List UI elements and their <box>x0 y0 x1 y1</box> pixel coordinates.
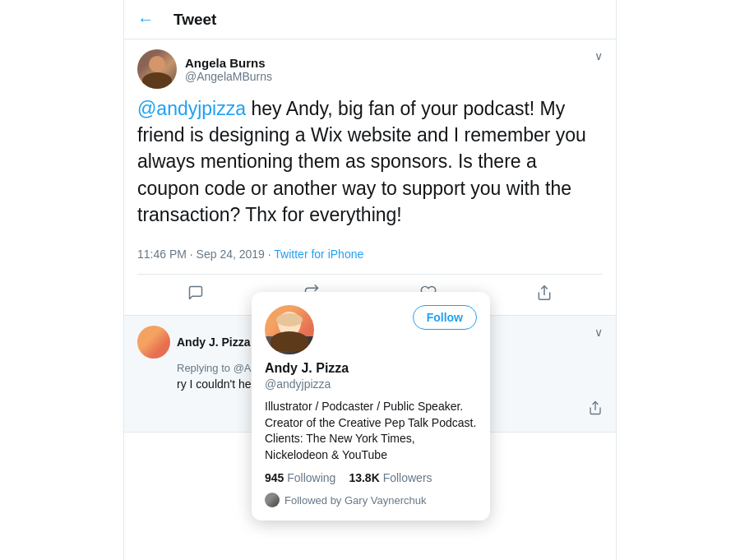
author-name: Angela Burns <box>185 56 272 70</box>
tweet-time: 11:46 PM · Sep 24, 2019 · <box>137 248 274 261</box>
hover-card: Follow Andy J. Pizza @andyjpizza Illustr… <box>252 292 490 521</box>
main-tweet: Angela Burns @AngelaMBurns ∨ @andyjpizza… <box>124 39 616 316</box>
following-label-text: Following <box>287 471 335 484</box>
avatar <box>137 49 177 89</box>
page-wrapper: ← Tweet Angela Burns @AngelaMBurns ∨ @an… <box>123 0 617 560</box>
tweet-source-link[interactable]: Twitter for iPhone <box>274 248 363 261</box>
page-title: Tweet <box>173 11 216 29</box>
share-button[interactable] <box>523 278 566 312</box>
followed-by-avatar <box>265 493 280 507</box>
tweet-meta: 11:46 PM · Sep 24, 2019 · Twitter for iP… <box>137 238 603 271</box>
hover-card-name: Andy J. Pizza <box>265 361 477 376</box>
hover-card-followed-by: Followed by Gary Vaynerchuk <box>265 493 477 507</box>
following-stat: 945 Following <box>265 471 335 484</box>
reply-icon <box>187 285 204 305</box>
reply-avatar <box>137 326 170 359</box>
chevron-down-icon[interactable]: ∨ <box>594 49 603 62</box>
followed-by-text: Followed by Gary Vaynerchuk <box>284 494 426 507</box>
followers-count: 13.8K <box>349 471 379 484</box>
followers-stat: 13.8K Followers <box>349 471 432 484</box>
reply-button[interactable] <box>174 278 217 312</box>
followers-label-text: Followers <box>383 471 432 484</box>
hover-card-avatar <box>265 305 314 354</box>
tweet-mention[interactable]: @andyjpizza <box>137 98 246 119</box>
tweet-body: @andyjpizza hey Andy, big fan of your po… <box>137 95 603 228</box>
follow-button[interactable]: Follow <box>413 305 477 330</box>
hover-card-top: Follow <box>265 305 477 354</box>
hover-card-stats: 945 Following 13.8K Followers <box>265 471 477 484</box>
author-info: Angela Burns @AngelaMBurns <box>185 56 272 83</box>
tweet-header: Angela Burns @AngelaMBurns ∨ <box>137 49 603 89</box>
author-handle: @AngelaMBurns <box>185 70 272 83</box>
hover-card-handle: @andyjpizza <box>265 377 477 391</box>
back-button[interactable]: ← <box>137 10 154 29</box>
header: ← Tweet <box>124 0 616 39</box>
reply-author-name: Andy J. Pizza <box>177 336 250 349</box>
reply-chevron-icon[interactable]: ∨ <box>594 326 603 339</box>
hover-card-bio: Illustrator / Podcaster / Public Speaker… <box>265 399 477 463</box>
reply-share-button[interactable] <box>588 400 603 419</box>
following-count: 945 <box>265 471 284 484</box>
tweet-author-row: Angela Burns @AngelaMBurns <box>137 49 272 89</box>
share-icon <box>536 285 553 305</box>
